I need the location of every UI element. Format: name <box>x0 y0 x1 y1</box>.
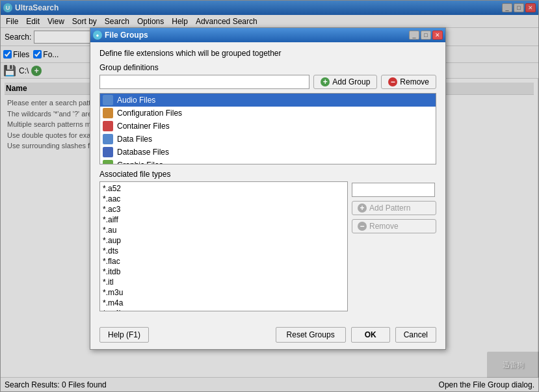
group-definitions-label: Group definitions <box>99 63 436 72</box>
group-item-label: Data Files <box>117 135 152 144</box>
database-files-icon <box>103 147 113 157</box>
container-files-icon <box>103 121 113 131</box>
ok-button[interactable]: OK <box>351 327 390 343</box>
group-item-label: Database Files <box>117 148 169 157</box>
list-item[interactable]: *.au <box>101 225 346 235</box>
dialog-title: File Groups <box>105 31 148 40</box>
list-item[interactable]: *.flac <box>101 256 346 267</box>
group-item-label: Configuration Files <box>117 109 182 118</box>
help-button[interactable]: Help (F1) <box>99 327 149 343</box>
list-item[interactable]: *.itl <box>101 277 346 287</box>
dialog-icon: ● <box>93 31 102 40</box>
dialog-maximize-button[interactable]: □ <box>421 31 431 40</box>
dialog-window-controls: _ □ ✕ <box>409 31 443 40</box>
associated-file-types-label: Associated file types <box>99 170 436 179</box>
remove-group-minus-icon: − <box>388 77 397 86</box>
list-item[interactable]: Graphic Files <box>100 159 436 164</box>
add-group-button[interactable]: + Add Group <box>313 75 377 89</box>
group-item-label: Audio Files <box>117 96 155 105</box>
data-files-icon <box>103 134 113 144</box>
dialog-minimize-button[interactable]: _ <box>409 31 419 40</box>
dialog-titlebar: ● File Groups _ □ ✕ <box>90 28 445 42</box>
group-item-label: Graphic Files <box>117 161 163 164</box>
graphic-files-icon <box>103 160 113 164</box>
group-name-input[interactable] <box>99 75 309 89</box>
remove-pattern-minus-icon: − <box>358 222 367 231</box>
add-pattern-plus-icon: + <box>358 203 367 213</box>
list-item[interactable]: Data Files <box>100 133 436 146</box>
remove-pattern-button[interactable]: − Remove <box>352 219 436 233</box>
file-types-list[interactable]: *.a52 *.aac *.ac3 *.aiff *.au *.aup *.dt… <box>100 182 347 311</box>
cancel-button[interactable]: Cancel <box>395 327 436 343</box>
group-list-container: Audio Files Configuration Files Containe… <box>99 93 436 164</box>
list-item[interactable]: *.aup <box>101 235 346 246</box>
list-item[interactable]: *.m4a <box>101 298 346 308</box>
list-item[interactable]: Audio Files <box>100 94 436 107</box>
audio-files-icon <box>103 95 113 105</box>
modal-overlay: ● File Groups _ □ ✕ Define file extensio… <box>0 0 539 392</box>
dialog-close-button[interactable]: ✕ <box>432 31 443 40</box>
list-item[interactable]: *.ac3 <box>101 204 346 215</box>
remove-group-label: Remove <box>400 77 429 86</box>
group-item-label: Container Files <box>117 122 170 131</box>
file-types-row: *.a52 *.aac *.ac3 *.aiff *.au *.aup *.dt… <box>99 181 436 311</box>
group-list[interactable]: Audio Files Configuration Files Containe… <box>99 93 436 164</box>
file-types-section: *.a52 *.aac *.ac3 *.aiff *.au *.aup *.dt… <box>99 181 436 311</box>
pattern-input[interactable] <box>352 183 435 197</box>
list-item[interactable]: *.dts <box>101 246 346 256</box>
dialog-title-area: ● File Groups <box>93 31 148 40</box>
list-item[interactable]: *.aiff <box>101 215 346 225</box>
list-item[interactable]: *.m3u <box>101 287 346 298</box>
file-types-controls: + Add Pattern − Remove <box>352 181 436 311</box>
add-group-label: Add Group <box>332 77 370 86</box>
group-definition-row: + Add Group − Remove <box>99 75 436 89</box>
list-item[interactable]: *.a52 <box>101 183 346 194</box>
remove-group-button[interactable]: − Remove <box>381 75 436 89</box>
add-pattern-label: Add Pattern <box>369 203 410 213</box>
config-files-icon <box>103 108 113 118</box>
file-types-list-wrap: *.a52 *.aac *.ac3 *.aiff *.au *.aup *.dt… <box>99 181 348 311</box>
list-item[interactable]: Configuration Files <box>100 107 436 120</box>
dialog-description: Define file extensions which will be gro… <box>99 49 436 58</box>
dialog-body: Define file extensions which will be gro… <box>90 42 445 323</box>
list-item[interactable]: *.m4b <box>101 308 346 311</box>
add-group-plus-icon: + <box>321 77 330 86</box>
list-item[interactable]: Container Files <box>100 120 436 133</box>
list-item[interactable]: *.itdb <box>101 267 346 277</box>
remove-pattern-label: Remove <box>369 222 399 231</box>
file-groups-dialog: ● File Groups _ □ ✕ Define file extensio… <box>90 27 446 350</box>
list-item[interactable]: *.aac <box>101 194 346 204</box>
dialog-footer: Help (F1) Reset Groups OK Cancel <box>90 323 445 349</box>
reset-groups-button[interactable]: Reset Groups <box>276 327 346 343</box>
add-pattern-button[interactable]: + Add Pattern <box>352 201 436 215</box>
list-item[interactable]: Database Files <box>100 146 436 159</box>
